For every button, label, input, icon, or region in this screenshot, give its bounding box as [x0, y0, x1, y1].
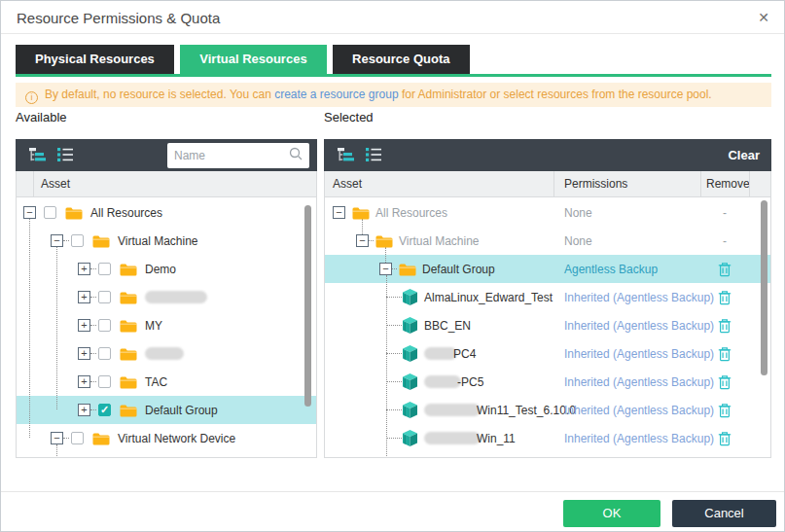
expand-toggle[interactable]: + [78, 263, 90, 275]
tree-row[interactable]: +MY [17, 311, 316, 339]
search-icon[interactable] [289, 147, 303, 164]
tree-item-label: Win_11 [477, 432, 516, 445]
cancel-button[interactable]: Cancel [672, 500, 776, 527]
delete-icon[interactable] [718, 374, 731, 394]
column-permissions: Permissions [564, 177, 627, 191]
tree-connector [56, 444, 57, 457]
expand-toggle[interactable]: + [78, 347, 90, 360]
row-checkbox[interactable] [98, 347, 111, 360]
tab-resource-quota[interactable]: Resource Quota [333, 45, 469, 74]
expand-tree-icon[interactable] [366, 148, 382, 163]
tree-item-label: Demo [145, 263, 176, 276]
tree-row[interactable]: +Demo [17, 255, 316, 283]
tree-row[interactable]: AlmaLinux_Edward_TestInherited (Agentles… [325, 283, 770, 311]
tree-row[interactable]: +Default Group [17, 452, 316, 457]
virtual-machine-icon [403, 345, 417, 366]
available-label: Available [16, 110, 67, 124]
close-icon[interactable]: ✕ [758, 9, 769, 26]
clear-button[interactable]: Clear [728, 148, 764, 162]
row-checkbox[interactable] [71, 234, 84, 247]
permission-value[interactable]: Inherited (Agentless Backup) [564, 291, 714, 304]
tree-row[interactable]: −Virtual MachineNone- [325, 227, 770, 255]
collapse-toggle[interactable]: − [356, 234, 369, 247]
create-resource-group-link[interactable]: create a resource group [274, 88, 398, 101]
tree-row[interactable]: Win11_Test_6.10.0Inherited (Agentless Ba… [325, 396, 770, 424]
tree-connector [392, 268, 397, 269]
folder-icon [399, 263, 416, 280]
tree-item-label: -PC5 [457, 375, 483, 389]
virtual-machine-icon [403, 430, 417, 450]
remove-placeholder: - [723, 234, 727, 248]
selected-scrollbar[interactable] [761, 200, 767, 375]
collapse-tree-icon[interactable] [29, 148, 46, 163]
delete-icon[interactable] [718, 262, 731, 281]
redacted-label-prefix [424, 347, 457, 360]
collapse-toggle[interactable]: − [333, 206, 345, 219]
tree-item-label: Virtual Network Device [118, 432, 235, 445]
tree-row[interactable]: + [17, 339, 316, 368]
delete-icon[interactable] [718, 403, 731, 422]
collapse-toggle[interactable]: − [51, 234, 63, 247]
tree-row[interactable]: BBC_ENInherited (Agentless Backup) [325, 311, 770, 339]
row-checkbox[interactable] [98, 375, 111, 388]
folder-icon [120, 263, 137, 280]
collapse-toggle[interactable]: − [23, 206, 36, 219]
tree-connector [63, 240, 69, 241]
tree-row[interactable]: + [17, 283, 316, 311]
permission-value[interactable]: Inherited (Agentless Backup) [564, 319, 714, 333]
search-input[interactable] [174, 149, 289, 162]
delete-icon[interactable] [718, 318, 731, 337]
resource-permissions-dialog: Resource Permissions & Quota ✕ Physical … [0, 0, 785, 532]
row-checkbox[interactable] [98, 263, 111, 275]
row-checkbox[interactable] [98, 291, 111, 303]
column-asset: Asset [41, 177, 70, 191]
delete-icon[interactable] [718, 346, 731, 366]
tree-item-label: BBC_EN [424, 319, 471, 333]
dialog-title: Resource Permissions & Quota [17, 10, 220, 26]
tab-physical-resources[interactable]: Physical Resources [16, 45, 174, 74]
expand-toggle[interactable]: + [78, 291, 90, 303]
tree-item-label: Default Group [422, 263, 495, 276]
tree-row[interactable]: PC4Inherited (Agentless Backup) [325, 339, 770, 368]
permission-value[interactable]: Inherited (Agentless Backup) [564, 375, 714, 389]
row-checkbox[interactable] [98, 319, 111, 332]
tree-row[interactable]: Win_11Inherited (Agentless Backup) [325, 424, 770, 452]
collapse-toggle[interactable]: − [51, 432, 63, 444]
row-checkbox[interactable] [44, 206, 56, 219]
tab-virtual-resources[interactable]: Virtual Resources [180, 45, 326, 74]
tree-row[interactable]: Win_Server_2012Inherited (Agentless Back… [325, 452, 770, 457]
available-panel: Asset −All Resources−Virtual Machine+Dem… [16, 139, 317, 458]
tree-row[interactable]: −All Resources [17, 198, 316, 227]
permission-value[interactable]: Inherited (Agentless Backup) [564, 432, 714, 445]
expand-toggle[interactable]: + [78, 319, 90, 332]
tree-connector [90, 297, 96, 298]
tree-row[interactable]: +Default Group [17, 396, 316, 424]
tab-bar: Physical Resources Virtual Resources Res… [16, 45, 472, 74]
permission-value[interactable]: Agentless Backup [564, 263, 658, 276]
tree-row[interactable]: −Virtual Machine [17, 227, 316, 255]
permission-value[interactable]: Inherited (Agentless Backup) [564, 347, 714, 361]
delete-icon[interactable] [718, 431, 731, 450]
tree-row[interactable]: −All ResourcesNone- [325, 198, 770, 227]
available-scrollbar[interactable] [304, 205, 311, 407]
row-checkbox[interactable] [71, 432, 84, 444]
dialog-footer: OK Cancel [1, 491, 784, 531]
virtual-machine-icon [403, 317, 417, 337]
expand-toggle[interactable]: + [78, 375, 90, 388]
permission-value[interactable]: Inherited (Agentless Backup) [564, 404, 714, 417]
tree-row[interactable]: +TAC [17, 368, 316, 396]
tree-item-label: AlmaLinux_Edward_Test [424, 291, 553, 304]
tree-row[interactable]: −Default GroupAgentless Backup [325, 255, 770, 283]
expand-tree-icon[interactable] [57, 148, 74, 163]
tree-row[interactable]: -PC5Inherited (Agentless Backup) [325, 368, 770, 396]
tree-row[interactable]: −Virtual Network Device [17, 424, 316, 452]
ok-button[interactable]: OK [563, 500, 660, 527]
expand-toggle[interactable]: + [78, 404, 90, 416]
row-checkbox[interactable] [98, 404, 111, 416]
redacted-label-prefix [424, 404, 481, 416]
delete-icon[interactable] [718, 290, 731, 309]
collapse-toggle[interactable]: − [379, 263, 392, 275]
collapse-tree-icon[interactable] [338, 148, 354, 163]
selected-column-header: Asset Permissions Remove [325, 171, 770, 197]
tree-item-label: All Resources [90, 206, 162, 220]
